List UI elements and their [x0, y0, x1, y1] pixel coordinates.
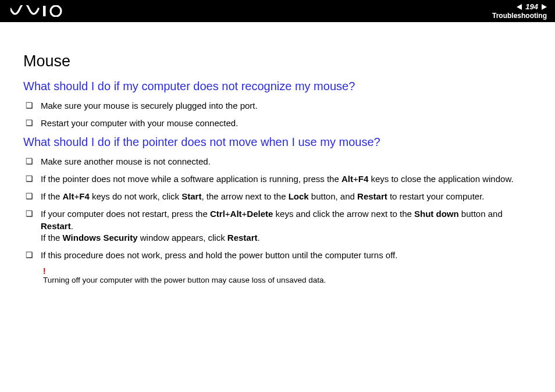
sub-heading-2: What should I do if the pointer does not… — [23, 136, 532, 149]
sub-heading-1: What should I do if my computer does not… — [23, 80, 532, 93]
page-nav: 194 — [517, 2, 547, 11]
main-heading: Mouse — [23, 52, 532, 70]
vaio-logo — [10, 5, 66, 17]
list-item: If the pointer does not move while a sof… — [23, 173, 532, 185]
page-content: Mouse What should I do if my computer do… — [0, 22, 555, 297]
prev-page-arrow-icon[interactable] — [517, 4, 522, 10]
svg-point-1 — [51, 6, 61, 16]
section-name: Troubleshooting — [492, 12, 547, 20]
bullet-list-2: Make sure another mouse is not connected… — [23, 156, 532, 262]
list-item: Make sure another mouse is not connected… — [23, 156, 532, 168]
warning-mark-icon: ! — [43, 267, 532, 275]
list-item: Restart your computer with your mouse co… — [23, 117, 532, 129]
warning-text: Turning off your computer with the power… — [43, 275, 532, 286]
list-item: If this procedure does not work, press a… — [23, 250, 532, 261]
page-number: 194 — [525, 2, 538, 11]
header-bar: 194 Troubleshooting — [0, 0, 555, 22]
list-item: Make sure your mouse is securely plugged… — [23, 100, 532, 112]
header-right: 194 Troubleshooting — [492, 2, 547, 20]
next-page-arrow-icon[interactable] — [542, 4, 547, 10]
list-item: If the Alt+F4 keys do not work, click St… — [23, 191, 532, 202]
svg-rect-0 — [43, 6, 46, 16]
bullet-list-1: Make sure your mouse is securely plugged… — [23, 100, 532, 130]
list-item: If your computer does not restart, press… — [23, 208, 532, 244]
